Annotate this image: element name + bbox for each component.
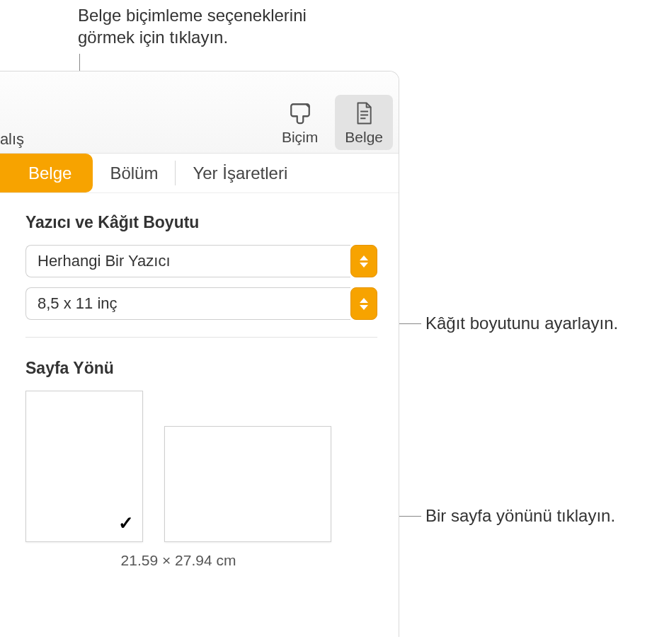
chevron-down-icon	[360, 263, 368, 268]
page-dimensions: 21.59 × 27.94 cm	[25, 552, 331, 569]
toolbar-truncated-button[interactable]: Çalış	[0, 130, 24, 149]
document-icon	[350, 99, 378, 127]
chevron-up-icon	[360, 298, 368, 303]
tab-section[interactable]: Bölüm	[93, 154, 175, 192]
orientation-options: ✓	[25, 391, 377, 542]
checkmark-icon: ✓	[118, 512, 134, 534]
orientation-section-title: Sayfa Yönü	[25, 359, 377, 378]
format-button[interactable]: Biçim	[272, 95, 328, 150]
document-settings: Yazıcı ve Kâğıt Boyutu Herhangi Bir Yazı…	[0, 193, 399, 569]
printer-value: Herhangi Bir Yazıcı	[25, 245, 350, 277]
paper-size-dropdown-stepper[interactable]	[350, 287, 377, 320]
format-button-label: Biçim	[282, 129, 318, 146]
callout-paper-size: Kâğıt boyutunu ayarlayın.	[425, 312, 618, 334]
toolbar: Çalış Biçim Belge	[0, 71, 399, 154]
orientation-landscape[interactable]	[164, 426, 331, 542]
callout-orientation: Bir sayfa yönünü tıklayın.	[425, 505, 615, 527]
document-button-label: Belge	[345, 129, 383, 146]
paper-size-dropdown-row: 8,5 x 11 inç	[25, 287, 377, 320]
section-divider	[25, 337, 377, 338]
document-button[interactable]: Belge	[335, 95, 393, 150]
document-tabs: Belge Bölüm Yer İşaretleri	[0, 154, 399, 193]
brush-icon	[286, 99, 314, 127]
callout-document-format: Belge biçimleme seçeneklerini görmek içi…	[78, 4, 307, 48]
chevron-down-icon	[360, 305, 368, 310]
tab-document[interactable]: Belge	[0, 154, 93, 192]
orientation-portrait[interactable]: ✓	[25, 391, 143, 542]
printer-section-title: Yazıcı ve Kâğıt Boyutu	[25, 213, 377, 232]
paper-size-value: 8,5 x 11 inç	[25, 287, 350, 320]
document-panel: Çalış Biçim Belge	[0, 71, 399, 637]
printer-dropdown-stepper[interactable]	[350, 245, 377, 277]
tab-bookmarks[interactable]: Yer İşaretleri	[176, 154, 304, 192]
chevron-up-icon	[360, 255, 368, 260]
printer-dropdown-row: Herhangi Bir Yazıcı	[25, 245, 377, 277]
